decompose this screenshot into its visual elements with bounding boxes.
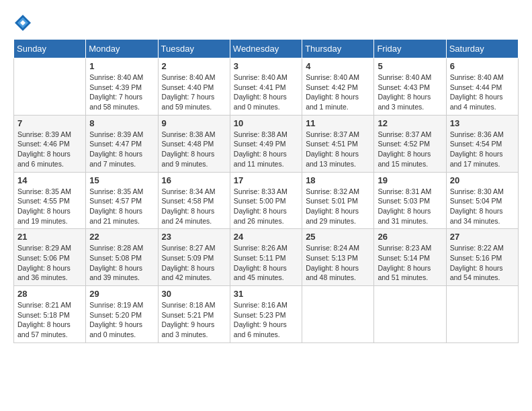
day-info: Sunrise: 8:38 AMSunset: 4:48 PMDaylight:… [162, 130, 226, 169]
day-number: 6 [450, 61, 515, 71]
day-info: Sunrise: 8:28 AMSunset: 5:08 PMDaylight:… [89, 243, 154, 283]
day-info: Sunrise: 8:33 AMSunset: 5:00 PMDaylight:… [234, 187, 298, 226]
day-number: 15 [89, 175, 154, 185]
day-number: 28 [17, 289, 82, 299]
calendar-cell: 22Sunrise: 8:28 AMSunset: 5:08 PMDayligh… [86, 229, 158, 286]
column-header-sunday: Sunday [14, 40, 86, 58]
day-info: Sunrise: 8:40 AMSunset: 4:41 PMDaylight:… [234, 73, 298, 112]
calendar-cell: 1Sunrise: 8:40 AMSunset: 4:39 PMDaylight… [86, 58, 158, 116]
day-number: 18 [306, 175, 370, 185]
day-info: Sunrise: 8:24 AMSunset: 5:13 PMDaylight:… [306, 243, 370, 283]
day-number: 1 [89, 61, 154, 71]
day-number: 2 [162, 61, 226, 71]
day-info: Sunrise: 8:39 AMSunset: 4:46 PMDaylight:… [17, 130, 82, 169]
day-number: 14 [17, 175, 82, 185]
calendar-header-row: SundayMondayTuesdayWednesdayThursdayFrid… [14, 40, 519, 58]
day-info: Sunrise: 8:21 AMSunset: 5:18 PMDaylight:… [17, 300, 82, 340]
day-info: Sunrise: 8:23 AMSunset: 5:14 PMDaylight:… [378, 243, 442, 283]
calendar-cell: 11Sunrise: 8:37 AMSunset: 4:51 PMDayligh… [302, 115, 374, 172]
calendar-cell: 27Sunrise: 8:22 AMSunset: 5:16 PMDayligh… [446, 229, 518, 286]
calendar-cell: 20Sunrise: 8:30 AMSunset: 5:04 PMDayligh… [446, 172, 518, 229]
day-number: 31 [234, 289, 298, 299]
day-info: Sunrise: 8:40 AMSunset: 4:43 PMDaylight:… [378, 73, 442, 112]
day-number: 11 [306, 118, 370, 128]
calendar-cell [302, 286, 374, 343]
day-info: Sunrise: 8:40 AMSunset: 4:44 PMDaylight:… [450, 73, 515, 112]
calendar-week-4: 21Sunrise: 8:29 AMSunset: 5:06 PMDayligh… [14, 229, 519, 286]
column-header-thursday: Thursday [302, 40, 374, 58]
calendar-table: SundayMondayTuesdayWednesdayThursdayFrid… [13, 39, 519, 343]
day-number: 30 [162, 289, 226, 299]
day-info: Sunrise: 8:40 AMSunset: 4:39 PMDaylight:… [89, 73, 154, 112]
day-number: 16 [162, 175, 226, 185]
day-info: Sunrise: 8:40 AMSunset: 4:42 PMDaylight:… [306, 73, 370, 112]
day-info: Sunrise: 8:18 AMSunset: 5:21 PMDaylight:… [162, 300, 226, 340]
calendar-cell: 21Sunrise: 8:29 AMSunset: 5:06 PMDayligh… [14, 229, 86, 286]
day-number: 20 [450, 175, 515, 185]
day-number: 7 [17, 118, 82, 128]
calendar-cell: 4Sunrise: 8:40 AMSunset: 4:42 PMDaylight… [302, 58, 374, 116]
calendar-cell: 5Sunrise: 8:40 AMSunset: 4:43 PMDaylight… [374, 58, 446, 116]
day-number: 5 [378, 61, 442, 71]
calendar-cell: 3Sunrise: 8:40 AMSunset: 4:41 PMDaylight… [230, 58, 302, 116]
day-info: Sunrise: 8:26 AMSunset: 5:11 PMDaylight:… [234, 243, 298, 283]
calendar-cell: 17Sunrise: 8:33 AMSunset: 5:00 PMDayligh… [230, 172, 302, 229]
calendar-cell: 23Sunrise: 8:27 AMSunset: 5:09 PMDayligh… [158, 229, 230, 286]
day-number: 21 [17, 232, 82, 242]
page-header [13, 13, 519, 32]
calendar-cell: 15Sunrise: 8:35 AMSunset: 4:57 PMDayligh… [86, 172, 158, 229]
day-info: Sunrise: 8:36 AMSunset: 4:54 PMDaylight:… [450, 130, 515, 169]
day-info: Sunrise: 8:32 AMSunset: 5:01 PMDaylight:… [306, 187, 370, 226]
day-info: Sunrise: 8:38 AMSunset: 4:49 PMDaylight:… [234, 130, 298, 169]
day-info: Sunrise: 8:35 AMSunset: 4:57 PMDaylight:… [89, 187, 154, 226]
calendar-cell: 24Sunrise: 8:26 AMSunset: 5:11 PMDayligh… [230, 229, 302, 286]
calendar-cell: 12Sunrise: 8:37 AMSunset: 4:52 PMDayligh… [374, 115, 446, 172]
calendar-cell: 16Sunrise: 8:34 AMSunset: 4:58 PMDayligh… [158, 172, 230, 229]
calendar-cell: 8Sunrise: 8:39 AMSunset: 4:47 PMDaylight… [86, 115, 158, 172]
calendar-cell: 13Sunrise: 8:36 AMSunset: 4:54 PMDayligh… [446, 115, 518, 172]
day-number: 8 [89, 118, 154, 128]
calendar-cell [14, 58, 86, 116]
calendar-cell: 2Sunrise: 8:40 AMSunset: 4:40 PMDaylight… [158, 58, 230, 116]
day-info: Sunrise: 8:39 AMSunset: 4:47 PMDaylight:… [89, 130, 154, 169]
day-number: 9 [162, 118, 226, 128]
day-number: 4 [306, 61, 370, 71]
day-info: Sunrise: 8:19 AMSunset: 5:20 PMDaylight:… [89, 300, 154, 340]
day-info: Sunrise: 8:37 AMSunset: 4:51 PMDaylight:… [306, 130, 370, 169]
calendar-cell: 9Sunrise: 8:38 AMSunset: 4:48 PMDaylight… [158, 115, 230, 172]
day-number: 13 [450, 118, 515, 128]
calendar-cell: 31Sunrise: 8:16 AMSunset: 5:23 PMDayligh… [230, 286, 302, 343]
day-number: 10 [234, 118, 298, 128]
calendar-cell: 29Sunrise: 8:19 AMSunset: 5:20 PMDayligh… [86, 286, 158, 343]
day-info: Sunrise: 8:30 AMSunset: 5:04 PMDaylight:… [450, 187, 515, 226]
calendar-cell: 30Sunrise: 8:18 AMSunset: 5:21 PMDayligh… [158, 286, 230, 343]
column-header-wednesday: Wednesday [230, 40, 302, 58]
calendar-week-1: 1Sunrise: 8:40 AMSunset: 4:39 PMDaylight… [14, 58, 519, 116]
logo-icon [13, 13, 32, 32]
day-info: Sunrise: 8:27 AMSunset: 5:09 PMDaylight:… [162, 243, 226, 283]
calendar-cell: 10Sunrise: 8:38 AMSunset: 4:49 PMDayligh… [230, 115, 302, 172]
day-info: Sunrise: 8:31 AMSunset: 5:03 PMDaylight:… [378, 187, 442, 226]
day-number: 12 [378, 118, 442, 128]
day-info: Sunrise: 8:16 AMSunset: 5:23 PMDaylight:… [234, 300, 298, 340]
calendar-week-5: 28Sunrise: 8:21 AMSunset: 5:18 PMDayligh… [14, 286, 519, 343]
calendar-cell: 7Sunrise: 8:39 AMSunset: 4:46 PMDaylight… [14, 115, 86, 172]
column-header-saturday: Saturday [446, 40, 518, 58]
column-header-tuesday: Tuesday [158, 40, 230, 58]
calendar-cell: 28Sunrise: 8:21 AMSunset: 5:18 PMDayligh… [14, 286, 86, 343]
calendar-cell: 6Sunrise: 8:40 AMSunset: 4:44 PMDaylight… [446, 58, 518, 116]
column-header-friday: Friday [374, 40, 446, 58]
calendar-cell: 25Sunrise: 8:24 AMSunset: 5:13 PMDayligh… [302, 229, 374, 286]
logo [13, 13, 34, 32]
day-number: 26 [378, 232, 442, 242]
day-number: 17 [234, 175, 298, 185]
day-info: Sunrise: 8:29 AMSunset: 5:06 PMDaylight:… [17, 243, 82, 283]
calendar-week-2: 7Sunrise: 8:39 AMSunset: 4:46 PMDaylight… [14, 115, 519, 172]
calendar-cell [374, 286, 446, 343]
column-header-monday: Monday [86, 40, 158, 58]
day-info: Sunrise: 8:35 AMSunset: 4:55 PMDaylight:… [17, 187, 82, 226]
calendar-cell: 14Sunrise: 8:35 AMSunset: 4:55 PMDayligh… [14, 172, 86, 229]
calendar-cell: 26Sunrise: 8:23 AMSunset: 5:14 PMDayligh… [374, 229, 446, 286]
day-info: Sunrise: 8:40 AMSunset: 4:40 PMDaylight:… [162, 73, 226, 112]
day-number: 19 [378, 175, 442, 185]
